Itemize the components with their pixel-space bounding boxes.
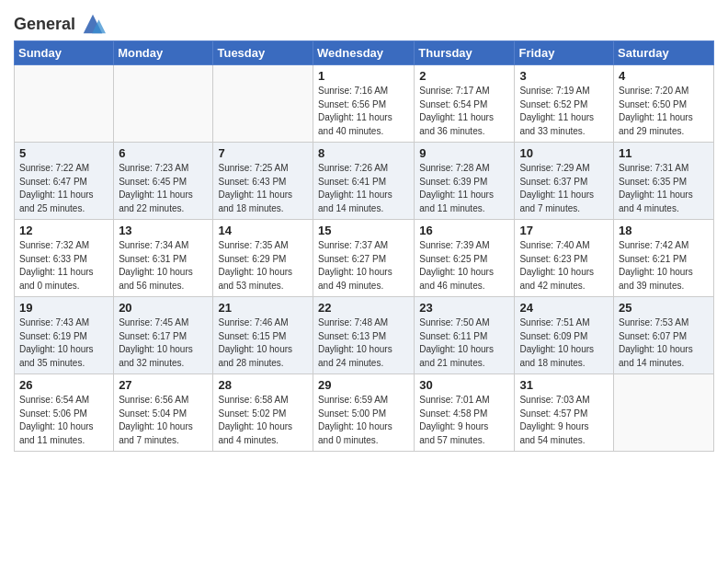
calendar-cell: 21Sunrise: 7:46 AM Sunset: 6:15 PM Dayli… — [213, 297, 313, 374]
day-info: Sunrise: 7:29 AM Sunset: 6:37 PM Dayligh… — [519, 162, 609, 215]
logo-general: General — [14, 15, 75, 33]
calendar-cell: 9Sunrise: 7:28 AM Sunset: 6:39 PM Daylig… — [415, 143, 515, 220]
calendar-cell: 24Sunrise: 7:51 AM Sunset: 6:09 PM Dayli… — [515, 297, 614, 374]
calendar-cell — [614, 374, 714, 452]
day-info: Sunrise: 7:43 AM Sunset: 6:19 PM Dayligh… — [19, 316, 108, 370]
calendar-cell: 27Sunrise: 6:56 AM Sunset: 5:04 PM Dayli… — [114, 374, 213, 452]
calendar-cell: 30Sunrise: 7:01 AM Sunset: 4:58 PM Dayli… — [415, 374, 515, 452]
day-info: Sunrise: 7:35 AM Sunset: 6:29 PM Dayligh… — [218, 239, 308, 293]
logo-text: General — [14, 13, 106, 33]
day-number: 8 — [318, 146, 409, 160]
day-info: Sunrise: 7:22 AM Sunset: 6:47 PM Dayligh… — [19, 162, 108, 215]
calendar-cell: 4Sunrise: 7:20 AM Sunset: 6:50 PM Daylig… — [614, 65, 714, 143]
day-number: 6 — [119, 146, 208, 160]
day-number: 12 — [19, 224, 108, 237]
calendar-cell: 7Sunrise: 7:25 AM Sunset: 6:43 PM Daylig… — [213, 143, 313, 220]
day-number: 2 — [419, 69, 509, 83]
day-number: 4 — [619, 69, 709, 83]
day-number: 9 — [419, 146, 509, 160]
day-info: Sunrise: 7:37 AM Sunset: 6:27 PM Dayligh… — [318, 239, 409, 293]
calendar-cell: 1Sunrise: 7:16 AM Sunset: 6:56 PM Daylig… — [313, 65, 415, 143]
calendar-cell: 6Sunrise: 7:23 AM Sunset: 6:45 PM Daylig… — [114, 143, 213, 220]
day-info: Sunrise: 7:39 AM Sunset: 6:25 PM Dayligh… — [419, 239, 509, 293]
day-number: 24 — [519, 301, 609, 315]
calendar-cell: 17Sunrise: 7:40 AM Sunset: 6:23 PM Dayli… — [515, 220, 614, 297]
calendar-cell — [213, 65, 313, 143]
day-number: 31 — [519, 378, 609, 392]
calendar-week-1: 1Sunrise: 7:16 AM Sunset: 6:56 PM Daylig… — [15, 65, 714, 143]
day-number: 18 — [619, 224, 709, 237]
day-info: Sunrise: 7:03 AM Sunset: 4:57 PM Dayligh… — [519, 394, 609, 447]
day-info: Sunrise: 7:19 AM Sunset: 6:52 PM Dayligh… — [519, 85, 609, 138]
calendar-cell: 31Sunrise: 7:03 AM Sunset: 4:57 PM Dayli… — [515, 374, 614, 452]
day-info: Sunrise: 7:20 AM Sunset: 6:50 PM Dayligh… — [619, 85, 709, 138]
day-info: Sunrise: 7:25 AM Sunset: 6:43 PM Dayligh… — [218, 162, 308, 215]
calendar-header-saturday: Saturday — [614, 41, 714, 65]
page: General SundayMondayTuesdayWednesdayThur… — [0, 0, 728, 465]
calendar-cell: 16Sunrise: 7:39 AM Sunset: 6:25 PM Dayli… — [415, 220, 515, 297]
day-number: 15 — [318, 224, 409, 237]
day-number: 26 — [19, 378, 108, 392]
calendar-header-tuesday: Tuesday — [213, 41, 313, 65]
day-number: 17 — [519, 224, 609, 237]
logo: General — [14, 13, 106, 33]
day-number: 25 — [619, 301, 709, 315]
calendar-cell: 22Sunrise: 7:48 AM Sunset: 6:13 PM Dayli… — [313, 297, 415, 374]
calendar-cell: 26Sunrise: 6:54 AM Sunset: 5:06 PM Dayli… — [15, 374, 114, 452]
calendar-cell: 10Sunrise: 7:29 AM Sunset: 6:37 PM Dayli… — [515, 143, 614, 220]
day-info: Sunrise: 7:40 AM Sunset: 6:23 PM Dayligh… — [519, 239, 609, 293]
day-info: Sunrise: 6:58 AM Sunset: 5:02 PM Dayligh… — [218, 394, 308, 447]
day-number: 3 — [519, 69, 609, 83]
day-number: 27 — [119, 378, 208, 392]
day-info: Sunrise: 7:51 AM Sunset: 6:09 PM Dayligh… — [519, 316, 609, 370]
calendar-week-3: 12Sunrise: 7:32 AM Sunset: 6:33 PM Dayli… — [15, 220, 714, 297]
day-number: 19 — [19, 301, 108, 315]
calendar-cell: 2Sunrise: 7:17 AM Sunset: 6:54 PM Daylig… — [415, 65, 515, 143]
calendar-cell — [114, 65, 213, 143]
day-info: Sunrise: 7:17 AM Sunset: 6:54 PM Dayligh… — [419, 85, 509, 138]
calendar-cell: 13Sunrise: 7:34 AM Sunset: 6:31 PM Dayli… — [114, 220, 213, 297]
day-number: 16 — [419, 224, 509, 237]
day-number: 10 — [519, 146, 609, 160]
calendar-cell: 11Sunrise: 7:31 AM Sunset: 6:35 PM Dayli… — [614, 143, 714, 220]
day-number: 28 — [218, 378, 308, 392]
day-number: 11 — [619, 146, 709, 160]
day-info: Sunrise: 7:45 AM Sunset: 6:17 PM Dayligh… — [119, 316, 208, 370]
day-number: 21 — [218, 301, 308, 315]
day-number: 29 — [318, 378, 409, 392]
day-info: Sunrise: 7:34 AM Sunset: 6:31 PM Dayligh… — [119, 239, 208, 293]
day-number: 22 — [318, 301, 409, 315]
day-number: 20 — [119, 301, 208, 315]
calendar-cell: 8Sunrise: 7:26 AM Sunset: 6:41 PM Daylig… — [313, 143, 415, 220]
calendar-cell: 23Sunrise: 7:50 AM Sunset: 6:11 PM Dayli… — [415, 297, 515, 374]
calendar-header-monday: Monday — [114, 41, 213, 65]
calendar-cell: 12Sunrise: 7:32 AM Sunset: 6:33 PM Dayli… — [15, 220, 114, 297]
day-info: Sunrise: 6:54 AM Sunset: 5:06 PM Dayligh… — [19, 394, 108, 447]
day-info: Sunrise: 7:32 AM Sunset: 6:33 PM Dayligh… — [19, 239, 108, 293]
day-number: 1 — [318, 69, 409, 83]
calendar-week-2: 5Sunrise: 7:22 AM Sunset: 6:47 PM Daylig… — [15, 143, 714, 220]
day-info: Sunrise: 6:59 AM Sunset: 5:00 PM Dayligh… — [318, 394, 409, 447]
day-info: Sunrise: 7:31 AM Sunset: 6:35 PM Dayligh… — [619, 162, 709, 215]
day-number: 30 — [419, 378, 509, 392]
day-info: Sunrise: 7:01 AM Sunset: 4:58 PM Dayligh… — [419, 394, 509, 447]
calendar-cell: 19Sunrise: 7:43 AM Sunset: 6:19 PM Dayli… — [15, 297, 114, 374]
calendar-cell: 5Sunrise: 7:22 AM Sunset: 6:47 PM Daylig… — [15, 143, 114, 220]
day-info: Sunrise: 6:56 AM Sunset: 5:04 PM Dayligh… — [119, 394, 208, 447]
calendar-week-5: 26Sunrise: 6:54 AM Sunset: 5:06 PM Dayli… — [15, 374, 714, 452]
day-info: Sunrise: 7:48 AM Sunset: 6:13 PM Dayligh… — [318, 316, 409, 370]
calendar-table: SundayMondayTuesdayWednesdayThursdayFrid… — [14, 40, 714, 452]
day-info: Sunrise: 7:26 AM Sunset: 6:41 PM Dayligh… — [318, 162, 409, 215]
day-info: Sunrise: 7:46 AM Sunset: 6:15 PM Dayligh… — [218, 316, 308, 370]
day-info: Sunrise: 7:16 AM Sunset: 6:56 PM Dayligh… — [318, 85, 409, 138]
calendar-week-4: 19Sunrise: 7:43 AM Sunset: 6:19 PM Dayli… — [15, 297, 714, 374]
day-number: 23 — [419, 301, 509, 315]
calendar-cell: 15Sunrise: 7:37 AM Sunset: 6:27 PM Dayli… — [313, 220, 415, 297]
day-info: Sunrise: 7:23 AM Sunset: 6:45 PM Dayligh… — [119, 162, 208, 215]
calendar-header-friday: Friday — [515, 41, 614, 65]
calendar-cell: 25Sunrise: 7:53 AM Sunset: 6:07 PM Dayli… — [614, 297, 714, 374]
day-info: Sunrise: 7:42 AM Sunset: 6:21 PM Dayligh… — [619, 239, 709, 293]
logo-icon — [80, 11, 106, 37]
day-number: 13 — [119, 224, 208, 237]
calendar-cell: 18Sunrise: 7:42 AM Sunset: 6:21 PM Dayli… — [614, 220, 714, 297]
